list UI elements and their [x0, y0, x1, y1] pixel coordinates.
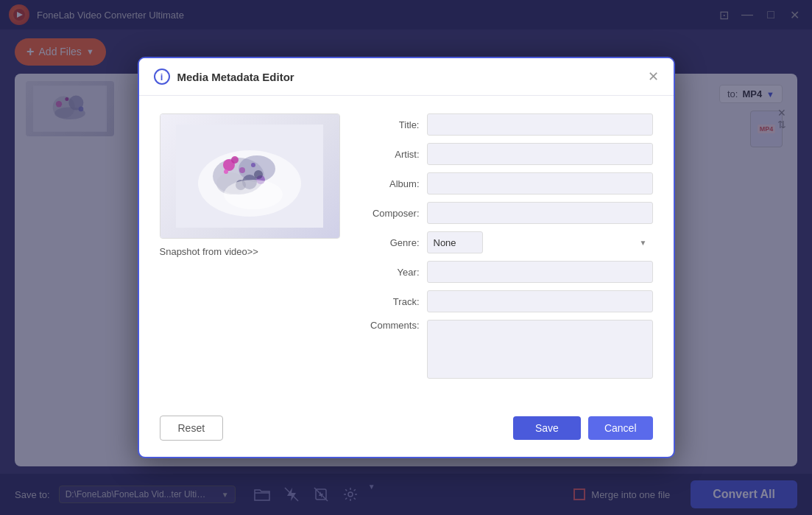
dialog-info-icon: i — [154, 69, 170, 85]
year-input[interactable] — [427, 261, 653, 283]
preview-controls: + — [160, 238, 339, 239]
title-input[interactable] — [427, 113, 653, 136]
preview-art — [176, 125, 323, 228]
dialog-overlay: i Media Metadata Editor ✕ — [0, 0, 812, 515]
svg-point-24 — [224, 169, 228, 174]
track-label: Track: — [361, 296, 420, 307]
track-input[interactable] — [427, 290, 653, 312]
snapshot-link[interactable]: Snapshot from video>> — [160, 246, 258, 257]
comments-label: Comments: — [361, 320, 420, 331]
dialog-close-button[interactable]: ✕ — [648, 70, 659, 83]
album-label: Album: — [361, 178, 420, 189]
svg-point-28 — [254, 170, 263, 179]
genre-select-wrapper: None Pop Rock Jazz Classical Electronic … — [427, 231, 653, 253]
genre-row: Genre: None Pop Rock Jazz Classical Elec… — [361, 231, 653, 253]
reset-button[interactable]: Reset — [160, 416, 224, 441]
media-preview: + — [160, 113, 340, 239]
genre-select[interactable]: None Pop Rock Jazz Classical Electronic … — [427, 231, 483, 253]
cancel-button[interactable]: Cancel — [588, 416, 653, 440]
preview-image — [160, 114, 339, 238]
composer-label: Composer: — [361, 208, 420, 219]
title-row: Title: — [361, 113, 653, 136]
artist-input[interactable] — [427, 143, 653, 165]
album-input[interactable] — [427, 172, 653, 195]
dialog-title: Media Metadata Editor — [177, 71, 640, 83]
dialog-body: + — [139, 96, 674, 404]
svg-point-29 — [224, 180, 283, 209]
metadata-editor-dialog: i Media Metadata Editor ✕ — [138, 57, 675, 458]
artist-label: Artist: — [361, 149, 420, 160]
svg-point-25 — [251, 163, 255, 167]
dialog-right-panel: Title: Artist: Album: Composer: — [361, 113, 653, 386]
comments-row: Comments: — [361, 320, 653, 379]
genre-label: Genre: — [361, 237, 420, 248]
year-row: Year: — [361, 261, 653, 283]
artist-row: Artist: — [361, 143, 653, 165]
dialog-header: i Media Metadata Editor ✕ — [139, 58, 674, 96]
composer-input[interactable] — [427, 202, 653, 224]
svg-point-21 — [231, 156, 239, 164]
track-row: Track: — [361, 290, 653, 312]
dialog-left-panel: + — [160, 113, 340, 386]
album-row: Album: — [361, 172, 653, 195]
svg-point-23 — [239, 167, 245, 173]
save-button[interactable]: Save — [513, 416, 581, 440]
year-label: Year: — [361, 267, 420, 278]
composer-row: Composer: — [361, 202, 653, 224]
comments-input[interactable] — [427, 320, 653, 379]
title-label: Title: — [361, 119, 420, 130]
dialog-footer: Reset Save Cancel — [139, 404, 674, 457]
